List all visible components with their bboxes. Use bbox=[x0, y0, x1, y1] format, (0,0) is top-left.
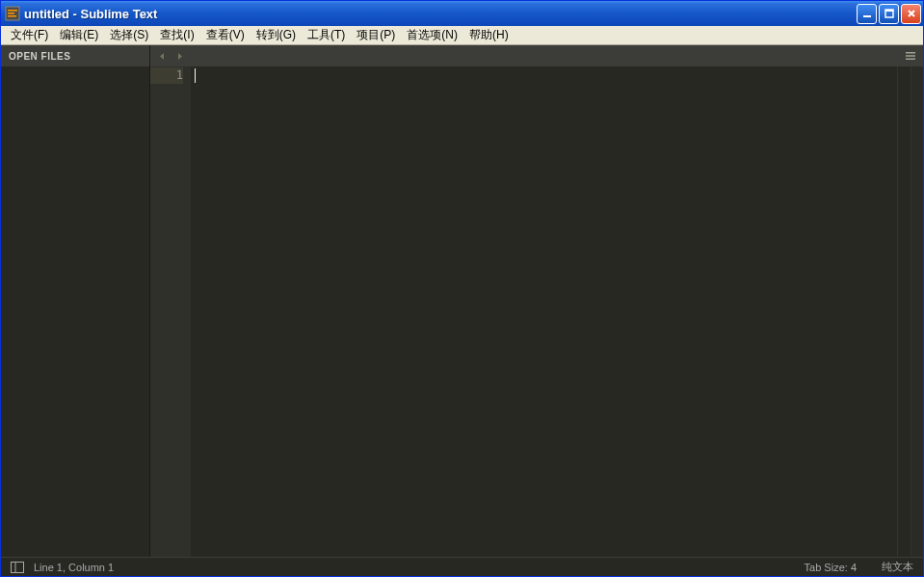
minimap[interactable] bbox=[897, 66, 911, 557]
tab-navigation bbox=[156, 50, 185, 62]
line-number: 1 bbox=[150, 67, 183, 84]
app-icon bbox=[5, 6, 20, 21]
status-position[interactable]: Line 1, Column 1 bbox=[34, 562, 114, 573]
text-editor[interactable] bbox=[191, 66, 897, 557]
text-cursor bbox=[195, 68, 196, 83]
client-area: OPEN FILES bbox=[1, 45, 923, 576]
window-title: untitled - Sublime Text bbox=[24, 7, 857, 21]
menu-help[interactable]: 帮助(H) bbox=[463, 25, 515, 45]
svg-rect-4 bbox=[863, 15, 871, 17]
svg-rect-10 bbox=[12, 562, 24, 572]
app-window: untitled - Sublime Text 文件(F) 编辑(E) 选择(S… bbox=[0, 0, 924, 577]
window-controls bbox=[857, 4, 921, 24]
menu-project[interactable]: 项目(P) bbox=[351, 25, 401, 45]
svg-rect-1 bbox=[8, 10, 17, 12]
maximize-button[interactable] bbox=[879, 4, 899, 24]
svg-rect-3 bbox=[8, 15, 16, 17]
tab-bar bbox=[150, 45, 923, 66]
tab-prev-icon[interactable] bbox=[156, 50, 168, 62]
svg-rect-9 bbox=[906, 59, 915, 61]
menu-tools[interactable]: 工具(T) bbox=[302, 25, 351, 45]
menu-file[interactable]: 文件(F) bbox=[5, 25, 54, 45]
menu-prefs[interactable]: 首选项(N) bbox=[401, 25, 463, 45]
sidebar-open-files-header[interactable]: OPEN FILES bbox=[1, 45, 149, 66]
tab-next-icon[interactable] bbox=[173, 50, 185, 62]
line-number-gutter[interactable]: 1 bbox=[150, 66, 191, 557]
editor-body: 1 bbox=[150, 66, 923, 557]
svg-rect-8 bbox=[906, 55, 915, 57]
menu-find[interactable]: 查找(I) bbox=[154, 25, 199, 45]
menu-view[interactable]: 查看(V) bbox=[200, 25, 251, 45]
status-bar: Line 1, Column 1 Tab Size: 4 纯文本 bbox=[1, 557, 923, 576]
menu-select[interactable]: 选择(S) bbox=[104, 25, 154, 45]
svg-rect-6 bbox=[885, 10, 893, 12]
menu-goto[interactable]: 转到(G) bbox=[251, 25, 302, 45]
panel-switcher-icon[interactable] bbox=[11, 562, 24, 573]
editor-column: 1 bbox=[150, 45, 923, 557]
menu-bar: 文件(F) 编辑(E) 选择(S) 查找(I) 查看(V) 转到(G) 工具(T… bbox=[1, 26, 923, 45]
svg-rect-7 bbox=[906, 52, 915, 54]
status-syntax[interactable]: 纯文本 bbox=[882, 560, 913, 574]
tab-menu-icon[interactable] bbox=[904, 49, 917, 63]
menu-edit[interactable]: 编辑(E) bbox=[54, 25, 104, 45]
minimize-button[interactable] bbox=[857, 4, 877, 24]
sidebar: OPEN FILES bbox=[1, 45, 150, 557]
title-bar[interactable]: untitled - Sublime Text bbox=[1, 1, 923, 26]
main-area: OPEN FILES bbox=[1, 45, 923, 557]
status-tab-size[interactable]: Tab Size: 4 bbox=[805, 562, 857, 573]
vertical-scrollbar[interactable] bbox=[911, 66, 923, 557]
svg-rect-2 bbox=[8, 13, 14, 14]
close-button[interactable] bbox=[901, 4, 921, 24]
